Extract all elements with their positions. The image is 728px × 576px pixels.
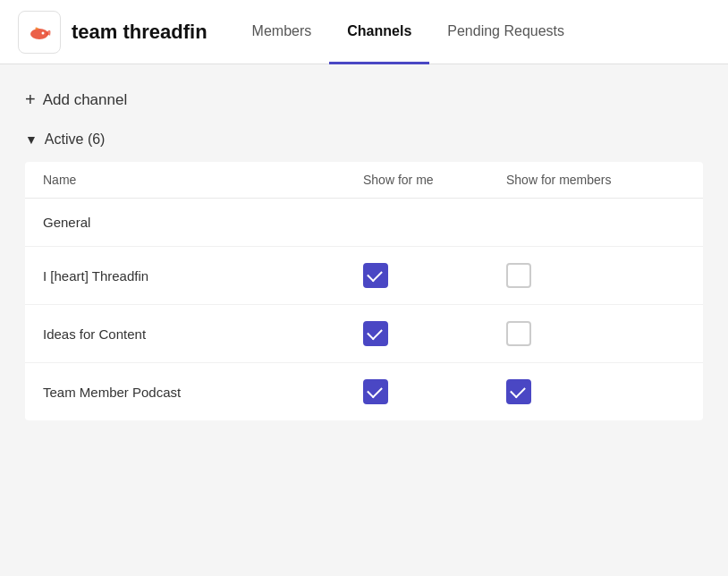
show-for-members-checkbox[interactable] <box>506 263 531 288</box>
main-content: + Add channel ▼ Active (6) Name Show for… <box>0 64 728 576</box>
show-for-me-checkbox[interactable] <box>363 263 388 288</box>
add-channel-label: Add channel <box>43 91 128 109</box>
table-row: General <box>25 199 703 247</box>
header: team threadfin Members Channels Pending … <box>0 0 728 64</box>
col-name: Name <box>43 173 363 187</box>
col-show-for-me: Show for me <box>363 173 506 187</box>
active-section-label: Active (6) <box>45 131 106 148</box>
tab-members[interactable]: Members <box>234 0 330 64</box>
show-for-me-checkbox[interactable] <box>363 379 388 404</box>
add-channel-button[interactable]: + Add channel <box>25 86 127 114</box>
show-for-me-checkbox[interactable] <box>363 321 388 346</box>
show-for-members-checkbox[interactable] <box>506 379 531 404</box>
show-for-members-cell <box>506 379 685 404</box>
chevron-down-icon: ▼ <box>25 132 38 147</box>
nav-tabs: Members Channels Pending Requests <box>234 0 582 64</box>
logo-box <box>18 11 61 54</box>
logo-area: team threadfin <box>18 11 207 54</box>
channel-name: Ideas for Content <box>43 326 363 342</box>
show-for-members-cell <box>506 321 685 346</box>
show-for-me-cell <box>363 321 506 346</box>
channel-name: I [heart] Threadfin <box>43 268 363 284</box>
show-for-members-cell <box>506 263 685 288</box>
table-row: I [heart] Threadfin <box>25 247 703 305</box>
channel-table: Name Show for me Show for members Genera… <box>25 162 703 420</box>
active-section-toggle[interactable]: ▼ Active (6) <box>25 131 703 148</box>
table-row: Ideas for Content <box>25 305 703 363</box>
col-show-for-members: Show for members <box>506 173 685 187</box>
show-for-me-cell <box>363 379 506 404</box>
threadfin-logo-icon <box>23 16 55 48</box>
plus-icon: + <box>25 89 36 110</box>
svg-point-2 <box>42 31 45 34</box>
svg-point-1 <box>30 29 48 39</box>
tab-channels[interactable]: Channels <box>329 0 429 64</box>
channel-name: Team Member Podcast <box>43 385 363 400</box>
table-row: Team Member Podcast <box>25 363 703 420</box>
team-name: team threadfin <box>72 21 207 44</box>
table-header: Name Show for me Show for members <box>25 162 703 199</box>
show-for-members-checkbox[interactable] <box>506 321 531 346</box>
tab-pending-requests[interactable]: Pending Requests <box>429 0 582 64</box>
channel-name: General <box>43 215 363 230</box>
show-for-me-cell <box>363 263 506 288</box>
